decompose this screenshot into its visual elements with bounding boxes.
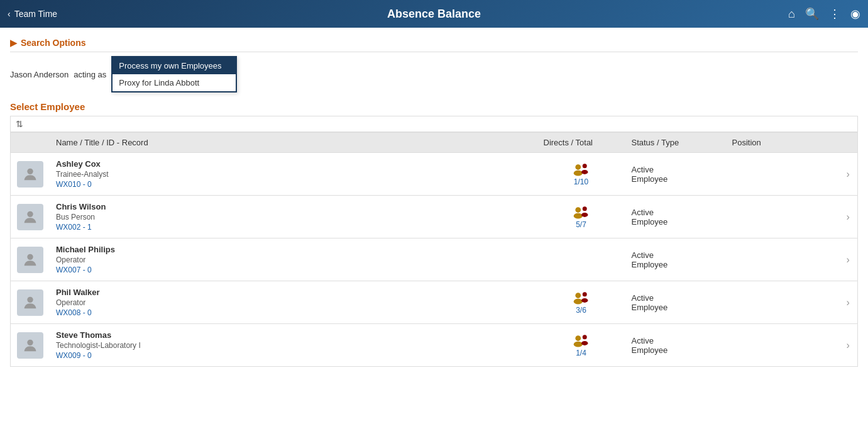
app-header: ‹ Team Time Absence Balance ⌂ 🔍 ⋮ ◉ xyxy=(0,0,868,28)
chevron-right-icon: › xyxy=(847,211,850,222)
people-icon xyxy=(573,333,590,347)
svg-point-13 xyxy=(573,298,582,304)
svg-point-6 xyxy=(575,207,581,213)
employee-info: Chris WilsonBus PersonWX002 - 1 xyxy=(50,196,537,238)
directs-count: 3/6 xyxy=(576,306,586,315)
status-type: Employee xyxy=(632,260,720,269)
profile-icon[interactable]: ◉ xyxy=(850,7,860,21)
directs-info: 1/4 xyxy=(544,333,619,357)
employee-info: Michael PhilipsOperatorWX007 - 0 xyxy=(50,238,537,281)
status-active: Active xyxy=(632,336,720,345)
table-row[interactable]: Michael PhilipsOperatorWX007 - 0ActiveEm… xyxy=(11,238,858,281)
status-cell: ActiveEmployee xyxy=(625,324,726,367)
col-chevron xyxy=(839,133,858,153)
chevron-right-icon: › xyxy=(847,169,850,179)
avatar-cell xyxy=(11,238,50,281)
svg-point-3 xyxy=(582,164,586,168)
toggle-arrow-icon: ▶ xyxy=(10,38,17,48)
directs-cell: 1/4 xyxy=(537,324,625,367)
row-chevron[interactable]: › xyxy=(839,196,858,238)
avatar-cell xyxy=(11,196,50,238)
employee-name: Phil Walker xyxy=(56,288,531,297)
svg-point-9 xyxy=(581,212,588,216)
page-title: Absence Balance xyxy=(387,8,481,21)
svg-point-7 xyxy=(573,213,582,218)
col-position: Position xyxy=(726,133,839,153)
directs-count: 1/10 xyxy=(574,177,588,186)
col-name: Name / Title / ID - Record xyxy=(50,133,537,153)
avatar xyxy=(17,332,43,359)
people-icon xyxy=(573,162,590,176)
header-icons: ⌂ 🔍 ⋮ ◉ xyxy=(788,7,860,21)
directs-info: 5/7 xyxy=(544,205,619,229)
avatar xyxy=(17,161,43,188)
home-icon[interactable]: ⌂ xyxy=(788,8,795,21)
dropdown-option-own[interactable]: Process my own Employees xyxy=(113,57,236,74)
directs-cell xyxy=(537,238,625,281)
employee-info: Phil WalkerOperatorWX008 - 0 xyxy=(50,281,537,324)
employee-id: WX009 - 0 xyxy=(56,351,531,360)
employee-title: Technologist-Laboratory I xyxy=(56,341,531,350)
status-type: Employee xyxy=(632,217,720,227)
more-options-icon[interactable]: ⋮ xyxy=(829,7,840,21)
employee-name: Ashley Cox xyxy=(56,159,531,169)
svg-point-0 xyxy=(27,168,33,174)
chevron-right-icon: › xyxy=(847,297,850,308)
search-icon[interactable]: 🔍 xyxy=(805,7,819,21)
svg-point-18 xyxy=(573,341,582,347)
svg-point-20 xyxy=(581,340,588,345)
svg-point-14 xyxy=(582,292,586,296)
row-chevron[interactable]: › xyxy=(839,238,858,281)
employee-info: Ashley CoxTrainee-AnalystWX010 - 0 xyxy=(50,153,537,196)
employee-id: WX008 - 0 xyxy=(56,308,531,317)
position-cell xyxy=(726,153,839,196)
svg-point-1 xyxy=(575,164,581,170)
employee-title: Trainee-Analyst xyxy=(56,170,531,179)
svg-point-12 xyxy=(575,293,581,298)
avatar xyxy=(17,289,43,316)
row-chevron[interactable]: › xyxy=(839,281,858,324)
employee-info: Steve ThomasTechnologist-Laboratory IWX0… xyxy=(50,324,537,367)
status-cell: ActiveEmployee xyxy=(625,196,726,238)
table-row[interactable]: Chris WilsonBus PersonWX002 - 1 5/7 Acti… xyxy=(11,196,858,238)
table-row[interactable]: Phil WalkerOperatorWX008 - 0 3/6 ActiveE… xyxy=(11,281,858,324)
directs-info: 1/10 xyxy=(544,162,619,186)
svg-point-8 xyxy=(582,206,586,211)
position-cell xyxy=(726,281,839,324)
table-row[interactable]: Steve ThomasTechnologist-Laboratory IWX0… xyxy=(11,324,858,367)
avatar-cell xyxy=(11,281,50,324)
dropdown-option-proxy[interactable]: Proxy for Linda Abbott xyxy=(113,74,236,91)
table-header: Name / Title / ID - Record Directs / Tot… xyxy=(11,133,858,153)
directs-info: 3/6 xyxy=(544,291,619,315)
status-cell: ActiveEmployee xyxy=(625,281,726,324)
col-avatar xyxy=(11,133,50,153)
sort-icon[interactable]: ⇅ xyxy=(16,119,23,129)
status-active: Active xyxy=(632,208,720,217)
table-row[interactable]: Ashley CoxTrainee-AnalystWX010 - 0 1/10 … xyxy=(11,153,858,196)
svg-point-5 xyxy=(27,211,33,216)
status-type: Employee xyxy=(632,345,720,355)
row-chevron[interactable]: › xyxy=(839,153,858,196)
role-dropdown[interactable]: Process my own Employees Proxy for Linda… xyxy=(111,56,237,92)
status-type: Employee xyxy=(632,303,720,312)
row-chevron[interactable]: › xyxy=(839,324,858,367)
search-options-label: Search Options xyxy=(21,38,85,48)
position-cell xyxy=(726,196,839,238)
directs-cell: 5/7 xyxy=(537,196,625,238)
avatar xyxy=(17,247,43,273)
col-status: Status / Type xyxy=(625,133,726,153)
directs-count: 5/7 xyxy=(576,220,586,229)
svg-point-16 xyxy=(27,339,33,345)
status-active: Active xyxy=(632,165,720,174)
svg-point-11 xyxy=(27,296,33,302)
employee-name: Steve Thomas xyxy=(56,330,531,340)
back-button[interactable]: ‹ Team Time xyxy=(8,9,57,19)
directs-count: 1/4 xyxy=(576,349,586,357)
status-active: Active xyxy=(632,293,720,303)
employee-table: Name / Title / ID - Record Directs / Tot… xyxy=(10,132,858,367)
back-label: Team Time xyxy=(14,9,57,19)
acting-as-label: acting as xyxy=(74,70,106,79)
search-options-toggle[interactable]: ▶ Search Options xyxy=(10,38,85,48)
svg-point-17 xyxy=(575,335,581,341)
employee-id: WX002 - 1 xyxy=(56,223,531,232)
